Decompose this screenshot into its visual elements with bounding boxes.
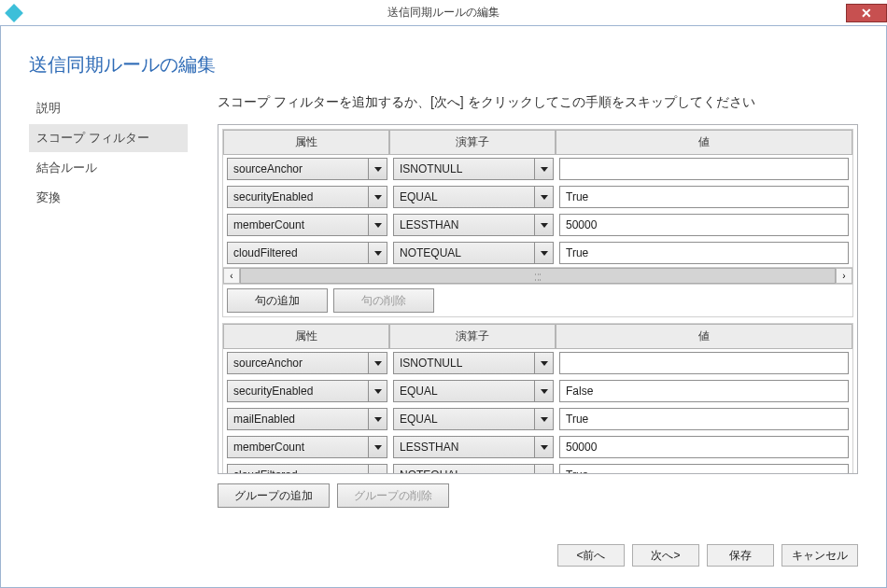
value-input[interactable] [559, 436, 849, 458]
column-header-operator: 演算子 [389, 130, 556, 155]
filter-row: memberCountLESSTHAN [223, 211, 852, 239]
attribute-combo-text: securityEnabled [233, 190, 368, 203]
scroll-left-button[interactable]: ‹ [223, 268, 240, 284]
operator-combo-text: LESSTHAN [400, 441, 534, 454]
chevron-down-icon[interactable] [534, 187, 553, 207]
chevron-down-icon[interactable] [368, 187, 387, 207]
scroll-right-button[interactable]: › [836, 268, 852, 284]
chevron-down-icon[interactable] [368, 159, 387, 179]
value-input[interactable] [559, 158, 849, 180]
operator-combo[interactable]: ISNOTNULL [393, 158, 554, 180]
cancel-button[interactable]: キャンセル [781, 544, 858, 567]
attribute-combo-text: mailEnabled [233, 413, 368, 426]
remove-group-button[interactable]: グループの削除 [337, 483, 449, 508]
attribute-combo-text: securityEnabled [233, 385, 368, 398]
next-button[interactable]: 次へ> [632, 544, 699, 567]
value-input[interactable] [559, 464, 849, 473]
window-body: 送信同期ルールの編集 説明スコープ フィルター結合ルール変換 スコープ フィルタ… [0, 26, 887, 588]
add-clause-button[interactable]: 句の追加 [227, 288, 328, 313]
operator-combo[interactable]: EQUAL [393, 186, 554, 208]
operator-combo[interactable]: ISNOTNULL [393, 352, 554, 374]
chevron-down-icon[interactable] [534, 159, 553, 179]
prev-button[interactable]: <前へ [557, 544, 625, 567]
chevron-down-icon[interactable] [368, 353, 387, 373]
horizontal-scrollbar[interactable]: ‹› [223, 267, 852, 284]
filter-row: cloudFilteredNOTEQUAL [223, 461, 852, 473]
wizard-step-1[interactable]: スコープ フィルター [29, 124, 188, 152]
save-button[interactable]: 保存 [707, 544, 774, 567]
attribute-combo[interactable]: memberCount [227, 436, 387, 458]
wizard-step-2[interactable]: 結合ルール [29, 154, 188, 182]
operator-combo-text: EQUAL [400, 413, 534, 426]
operator-combo-text: LESSTHAN [400, 218, 534, 231]
attribute-combo[interactable]: mailEnabled [227, 408, 387, 430]
filter-row: mailEnabledEQUAL [223, 405, 852, 433]
operator-combo[interactable]: LESSTHAN [393, 214, 554, 236]
footer-buttons: <前へ 次へ> 保存 キャンセル [557, 544, 858, 567]
value-input[interactable] [559, 242, 849, 264]
filter-group: 属性演算子値sourceAnchorISNOTNULLsecurityEnabl… [222, 323, 853, 473]
grid-header: 属性演算子値 [223, 130, 852, 155]
chevron-down-icon[interactable] [368, 243, 387, 263]
wizard-step-3[interactable]: 変換 [29, 184, 188, 212]
attribute-combo-text: sourceAnchor [233, 357, 368, 370]
remove-clause-button[interactable]: 句の削除 [333, 288, 434, 313]
filter-row: sourceAnchorISNOTNULL [223, 155, 852, 183]
operator-combo[interactable]: NOTEQUAL [393, 242, 554, 264]
title-bar: 送信同期ルールの編集 ✕ [0, 0, 887, 26]
filter-row: cloudFilteredNOTEQUAL [223, 239, 852, 267]
chevron-down-icon[interactable] [534, 353, 553, 373]
operator-combo-text: EQUAL [400, 385, 534, 398]
instruction-text: スコープ フィルターを追加するか、[次へ] をクリックしてこの手順をスキップして… [218, 94, 858, 111]
attribute-combo[interactable]: securityEnabled [227, 186, 387, 208]
scroll-thumb[interactable] [240, 268, 836, 284]
value-input[interactable] [559, 186, 849, 208]
attribute-combo[interactable]: cloudFiltered [227, 464, 387, 473]
chevron-down-icon[interactable] [534, 215, 553, 235]
add-group-button[interactable]: グループの追加 [218, 483, 330, 508]
attribute-combo[interactable]: memberCount [227, 214, 387, 236]
wizard-step-0[interactable]: 説明 [29, 94, 188, 122]
page-heading: 送信同期ルールの編集 [1, 26, 886, 94]
filter-row: securityEnabledEQUAL [223, 183, 852, 211]
operator-combo-text: EQUAL [400, 190, 534, 203]
value-input[interactable] [559, 380, 849, 402]
chevron-down-icon[interactable] [368, 381, 387, 401]
attribute-combo[interactable]: sourceAnchor [227, 352, 387, 374]
chevron-down-icon[interactable] [534, 243, 553, 263]
attribute-combo-text: memberCount [233, 218, 368, 231]
close-icon: ✕ [861, 6, 872, 21]
chevron-down-icon[interactable] [368, 215, 387, 235]
operator-combo[interactable]: EQUAL [393, 408, 554, 430]
chevron-down-icon[interactable] [368, 437, 387, 457]
operator-combo[interactable]: EQUAL [393, 380, 554, 402]
operator-combo-text: ISNOTNULL [400, 162, 534, 175]
chevron-down-icon[interactable] [534, 437, 553, 457]
value-input[interactable] [559, 408, 849, 430]
attribute-combo-text: cloudFiltered [233, 469, 368, 473]
attribute-combo[interactable]: cloudFiltered [227, 242, 387, 264]
chevron-down-icon[interactable] [534, 409, 553, 429]
clause-buttons: 句の追加句の削除 [223, 284, 852, 316]
close-button[interactable]: ✕ [846, 4, 887, 22]
column-header-value: 値 [556, 324, 852, 349]
operator-combo-text: NOTEQUAL [400, 469, 534, 473]
main-panel: スコープ フィルターを追加するか、[次へ] をクリックしてこの手順をスキップして… [218, 94, 858, 508]
groups-list[interactable]: 属性演算子値sourceAnchorISNOTNULLsecurityEnabl… [218, 125, 857, 473]
operator-combo-text: ISNOTNULL [400, 357, 534, 370]
operator-combo[interactable]: LESSTHAN [393, 436, 554, 458]
scroll-track[interactable] [240, 268, 836, 284]
filter-row: sourceAnchorISNOTNULL [223, 349, 852, 377]
attribute-combo[interactable]: securityEnabled [227, 380, 387, 402]
value-input[interactable] [559, 352, 849, 374]
chevron-down-icon[interactable] [534, 381, 553, 401]
attribute-combo[interactable]: sourceAnchor [227, 158, 387, 180]
chevron-down-icon[interactable] [368, 409, 387, 429]
chevron-down-icon[interactable] [534, 465, 553, 473]
value-input[interactable] [559, 214, 849, 236]
column-header-attribute: 属性 [223, 324, 389, 349]
grid-header: 属性演算子値 [223, 324, 852, 349]
column-header-value: 値 [556, 130, 852, 155]
chevron-down-icon[interactable] [368, 465, 387, 473]
operator-combo[interactable]: NOTEQUAL [393, 464, 554, 473]
